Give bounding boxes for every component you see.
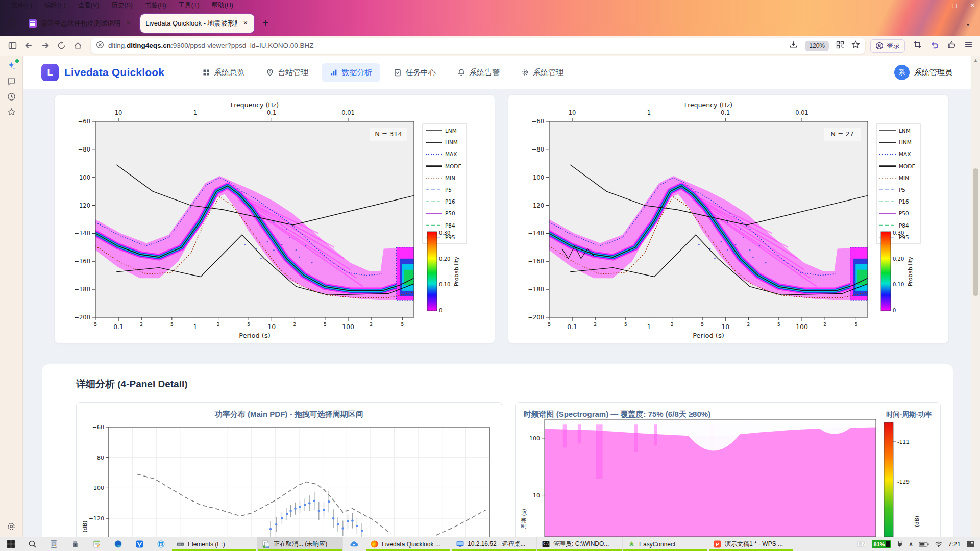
close-icon[interactable]: ✕ xyxy=(970,3,975,8)
scroll-up-icon[interactable]: ▲ xyxy=(971,58,980,63)
home-icon[interactable] xyxy=(69,38,86,54)
qr-code-icon[interactable] xyxy=(836,41,844,51)
ai-chat-icon[interactable] xyxy=(0,58,22,73)
shield-icon[interactable] xyxy=(96,41,104,51)
tray-expand-icon[interactable]: ∧ xyxy=(909,541,913,547)
back-icon[interactable] xyxy=(20,38,37,54)
bookmarks-star-icon[interactable] xyxy=(0,104,22,119)
taskbar-v-icon[interactable] xyxy=(129,537,150,551)
svg-text:0.1: 0.1 xyxy=(567,323,577,331)
spectrogram-panel[interactable]: 时频谱图 (Spectrogram) — 覆盖度: 75% (6/8天 ≥80%… xyxy=(515,402,941,537)
battery-percent-badge[interactable]: 81% xyxy=(872,540,891,548)
svg-text:0: 0 xyxy=(439,308,442,313)
zoom-level-badge[interactable]: 120% xyxy=(805,41,829,51)
taskbar-window-cloud[interactable] xyxy=(343,537,365,551)
menu-item[interactable]: 工具(T) xyxy=(173,1,206,10)
svg-text:−180: −180 xyxy=(528,286,544,293)
new-tab-button[interactable]: + xyxy=(257,17,274,29)
extension-icon[interactable] xyxy=(947,40,956,51)
app-brand[interactable]: Livedata Quicklook xyxy=(64,66,164,79)
system-tray: EN81%∧7:21 xyxy=(857,537,980,551)
battery-icon[interactable] xyxy=(919,541,929,547)
minimize-icon[interactable]: — xyxy=(933,3,938,8)
menu-item[interactable]: 书签(B) xyxy=(139,1,173,10)
nav-item-bell[interactable]: 系统告警 xyxy=(449,63,508,82)
scrollbar-thumb[interactable] xyxy=(973,168,978,296)
menu-item[interactable]: 查看(V) xyxy=(72,1,106,10)
tab-favicon xyxy=(29,19,37,28)
taskbar-window-easy[interactable]: EasyConnect xyxy=(623,537,708,551)
menu-item[interactable]: 文件(F) xyxy=(5,1,38,10)
taskbar-calc-icon[interactable] xyxy=(43,537,64,551)
reload-icon[interactable] xyxy=(53,38,69,54)
clock[interactable]: 7:21 xyxy=(948,541,961,548)
svg-text:2: 2 xyxy=(370,322,373,327)
taskbar-window-copy[interactable]: 正在取消... (未响应) xyxy=(257,537,343,551)
language-indicator[interactable]: EN xyxy=(857,541,866,548)
pdf-chart[interactable]: −60−80−100−120(dB) xyxy=(77,419,502,537)
svg-text:5: 5 xyxy=(548,322,551,327)
nav-item-chart[interactable]: 数据分析 xyxy=(322,63,380,82)
menu-hamburger-icon[interactable] xyxy=(964,40,973,51)
tab-close-icon[interactable]: ✕ xyxy=(241,19,249,28)
browser-tab[interactable]: 谛听生态软件初次测试说明✕ xyxy=(23,14,137,33)
taskbar-k-icon[interactable]: K xyxy=(150,537,172,551)
taskbar-search-icon[interactable] xyxy=(21,537,43,551)
nav-item-gear[interactable]: 系统管理 xyxy=(513,63,572,82)
firefox-view-icon[interactable] xyxy=(4,16,19,31)
undo-icon[interactable] xyxy=(930,40,939,52)
spectrogram-chart[interactable]: 10010周期 (s)-111-129(dB) xyxy=(516,419,941,537)
taskbar-window-rdp[interactable]: 10.2.16.52 - 远程桌... xyxy=(451,537,537,551)
taskbar-window-wps[interactable]: P演示文稿1 * - WPS ... xyxy=(708,537,794,551)
ppsd-plot-card-right[interactable]: Frequency (Hz)1010.10.01−60−80−100−120−1… xyxy=(508,94,949,344)
nav-item-task[interactable]: 任务中心 xyxy=(385,63,444,82)
list-tabs-icon[interactable]: ⌄ xyxy=(960,19,976,27)
download-icon[interactable] xyxy=(789,40,798,51)
notification-center-icon[interactable] xyxy=(966,540,975,548)
sidebar-toggle-icon[interactable] xyxy=(4,38,20,54)
nav-item-label: 系统总览 xyxy=(214,68,244,78)
user-box[interactable]: 系 系统管理员 xyxy=(894,65,952,80)
nav-item-pin[interactable]: 台站管理 xyxy=(258,63,316,82)
browser-tab[interactable]: Livedata Quicklook - 地震波形质✕ xyxy=(140,14,254,33)
taskbar-win-icon[interactable] xyxy=(0,537,21,551)
svg-text:−100: −100 xyxy=(74,174,90,181)
taskbar-edge-icon[interactable] xyxy=(107,537,129,551)
plug-icon[interactable] xyxy=(896,540,903,548)
history-clock-icon[interactable] xyxy=(0,89,22,104)
menu-item[interactable]: 帮助(H) xyxy=(206,1,239,10)
pdf-panel[interactable]: 功率分布 (Main PDF) - 拖拽可选择周期区间 −60−80−100−1… xyxy=(76,402,502,537)
ppsd-plot-card-left[interactable]: Frequency (Hz)1010.10.01−60−80−100−120−1… xyxy=(54,94,495,344)
nav-item-grid[interactable]: 系统总览 xyxy=(194,63,253,82)
taskbar-window-label: 正在取消... (未响应) xyxy=(274,540,327,548)
url-bar[interactable]: diting.diting4eqs.cn:9300/ppsd-viewer?pp… xyxy=(91,38,865,54)
browser-titlebar: 文件(F)编辑(E)查看(V)历史(S)书签(B)工具(T)帮助(H) — ▢ … xyxy=(0,0,980,36)
taskbar-window-cmd[interactable]: C:\管理员: C:\WINDO... xyxy=(537,537,623,551)
maximize-icon[interactable]: ▢ xyxy=(951,3,957,8)
wifi-icon[interactable] xyxy=(935,541,943,547)
taskbar-window-label: Livedata Quicklook ... xyxy=(382,541,440,548)
taskbar-window-firefox[interactable]: Livedata Quicklook ... xyxy=(365,537,451,551)
chat-icon[interactable] xyxy=(0,73,22,89)
window-controls: — ▢ ✕ xyxy=(933,0,975,11)
menu-item[interactable]: 编辑(E) xyxy=(38,1,72,10)
page-content: L Livedata Quicklook 系统总览台站管理数据分析任务中心系统告… xyxy=(23,56,971,537)
svg-text:2: 2 xyxy=(293,322,297,327)
page-scrollbar[interactable]: ▲ xyxy=(971,56,980,537)
taskbar-usb-icon[interactable] xyxy=(64,537,86,551)
svg-text:N = 314: N = 314 xyxy=(375,130,402,138)
svg-text:−180: −180 xyxy=(74,286,90,293)
tab-close-icon[interactable]: ✕ xyxy=(125,19,132,28)
taskbar-note-icon[interactable] xyxy=(86,537,107,551)
svg-text:MAX: MAX xyxy=(899,151,911,157)
taskbar-window-drive[interactable]: Elements (E:) xyxy=(172,537,257,551)
bookmark-star-icon[interactable] xyxy=(851,40,860,51)
svg-text:N = 27: N = 27 xyxy=(830,130,853,138)
forward-icon[interactable] xyxy=(37,38,53,54)
login-button[interactable]: 登录 xyxy=(870,39,905,53)
screenshot-icon[interactable] xyxy=(913,40,922,51)
settings-gear-icon[interactable] xyxy=(0,519,22,534)
tab-strip: 谛听生态软件初次测试说明✕Livedata Quicklook - 地震波形质✕ xyxy=(23,14,257,33)
menu-item[interactable]: 历史(S) xyxy=(105,1,139,10)
svg-text:-111: -111 xyxy=(897,439,910,445)
